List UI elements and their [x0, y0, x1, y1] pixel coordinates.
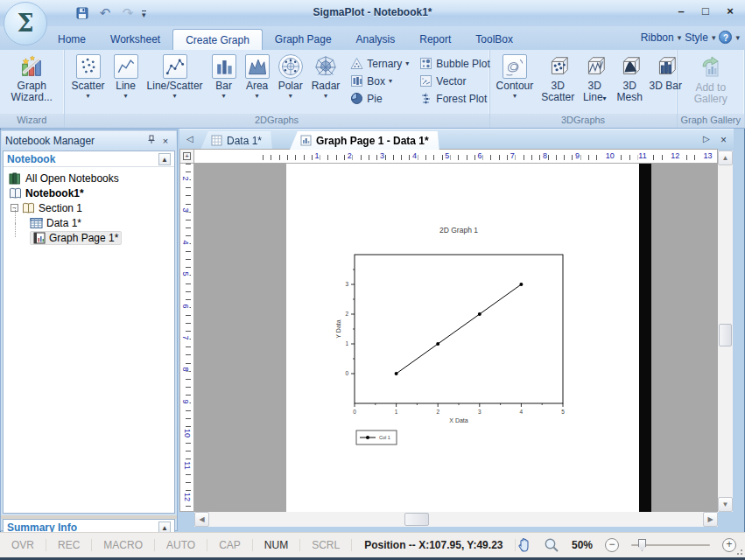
doc-tab-label: Graph Page 1 - Data 1*: [316, 135, 429, 147]
zoom-out-icon[interactable]: −: [605, 538, 619, 552]
tree-item-section1[interactable]: − Section 1: [4, 200, 174, 215]
tree-item-graph-page1[interactable]: Graph Page 1*: [4, 230, 174, 245]
contour-button[interactable]: Contour ▾: [493, 52, 538, 99]
scroll-thumb[interactable]: [404, 513, 429, 526]
scroll-thumb[interactable]: [719, 324, 732, 346]
toggle-macro[interactable]: MACRO: [92, 539, 155, 551]
graph-2d[interactable]: 2D Graph 10123450123X DataY DataCol 1: [333, 219, 578, 451]
graph-wizard-button[interactable]: Graph Wizard...: [8, 52, 56, 103]
ternary-button[interactable]: Ternary ▾: [350, 56, 409, 71]
scroll-right-icon[interactable]: ▶: [703, 512, 718, 527]
bubble-plot-button[interactable]: Bubble Plot: [419, 56, 489, 71]
3d-line-label: 3D Line▾: [582, 80, 607, 104]
toggle-auto[interactable]: AUTO: [155, 539, 207, 551]
maximize-button[interactable]: □: [698, 4, 713, 18]
vertical-scrollbar[interactable]: ▲ ▼: [718, 150, 733, 512]
ruler-number: 12: [670, 151, 680, 160]
zoom-level: 50%: [572, 539, 593, 551]
box-plot-button[interactable]: Box ▾: [350, 74, 409, 88]
svg-text:X Data: X Data: [449, 417, 468, 424]
window-resize-grip[interactable]: [734, 547, 743, 556]
help-icon[interactable]: ?: [719, 31, 732, 44]
area-dropdown-icon[interactable]: ▾: [256, 93, 259, 99]
tab-report[interactable]: Report: [407, 29, 463, 50]
doc-tab-data1[interactable]: Data 1*: [200, 131, 272, 150]
scroll-up-icon[interactable]: ▲: [718, 150, 733, 165]
bar-label: Bar: [215, 80, 232, 92]
style-menu-button[interactable]: Style: [685, 32, 708, 44]
radar-button[interactable]: Radar ▾: [308, 52, 344, 99]
toggle-ovr[interactable]: OVR: [0, 539, 46, 551]
toggle-rec[interactable]: REC: [46, 539, 92, 551]
3d-mesh-button[interactable]: 3D Mesh: [612, 52, 647, 103]
zoom-slider[interactable]: [631, 538, 710, 552]
ribbon-menu-dropdown-icon[interactable]: ▾: [678, 33, 682, 42]
area-button[interactable]: Area ▾: [242, 52, 273, 99]
ribbon-menu-button[interactable]: Ribbon: [641, 32, 674, 44]
bar-dropdown-icon[interactable]: ▾: [222, 93, 226, 99]
scroll-left-icon[interactable]: ◀: [194, 512, 209, 527]
bar-button[interactable]: Bar ▾: [208, 52, 240, 99]
line-scatter-dropdown-icon[interactable]: ▾: [173, 93, 177, 99]
tree-item-data1[interactable]: Data 1*: [4, 215, 174, 230]
pin-icon[interactable]: [144, 135, 158, 146]
tree-item-notebook1[interactable]: Notebook1*: [4, 186, 174, 200]
minimize-button[interactable]: –: [673, 4, 689, 18]
graph-wizard-label: Graph Wizard...: [11, 80, 53, 103]
graph-page-canvas[interactable]: 2D Graph 10123450123X DataY DataCol 1: [286, 164, 639, 512]
notebook-tree: All Open Notebooks Notebook1* − Section …: [4, 167, 174, 245]
panel-close-icon[interactable]: ×: [158, 136, 172, 146]
tab-graph-page[interactable]: Graph Page: [263, 29, 344, 50]
tab-home[interactable]: Home: [46, 29, 98, 50]
polar-dropdown-icon[interactable]: ▾: [289, 93, 292, 99]
style-menu-dropdown-icon[interactable]: ▾: [712, 33, 716, 42]
line-scatter-button[interactable]: Line/Scatter ▾: [144, 52, 207, 99]
scatter-dropdown-icon[interactable]: ▾: [87, 93, 90, 99]
scroll-down-icon[interactable]: ▼: [718, 497, 733, 512]
notebook-tree-box: Notebook ▲ All Open Notebooks Notebook1*: [3, 150, 175, 514]
doc-close-icon[interactable]: ×: [720, 134, 727, 146]
add-to-gallery-button[interactable]: Add to Gallery: [691, 52, 731, 105]
tab-create-graph[interactable]: Create Graph: [172, 29, 263, 50]
app-logo[interactable]: Σ: [4, 2, 47, 46]
notebook-section-title: Notebook: [7, 153, 55, 165]
3d-scatter-button[interactable]: 3D Scatter: [538, 52, 577, 103]
toggle-scrl[interactable]: SCRL: [300, 539, 352, 551]
line-scatter-icon: [163, 54, 187, 79]
polar-button[interactable]: Polar ▾: [275, 52, 306, 99]
contour-dropdown-icon[interactable]: ▾: [513, 93, 517, 99]
ternary-dropdown-icon[interactable]: ▾: [405, 60, 409, 67]
add-to-gallery-icon: [698, 54, 724, 80]
tab-scroll-right-icon[interactable]: ▷: [703, 134, 710, 144]
3d-line-button[interactable]: 3D Line▾: [579, 52, 610, 104]
ternary-icon: [350, 57, 363, 70]
pan-hand-icon[interactable]: [517, 537, 531, 553]
toggle-cap[interactable]: CAP: [207, 539, 253, 551]
line-button[interactable]: Line ▾: [110, 52, 142, 99]
line-dropdown-icon[interactable]: ▾: [124, 93, 128, 99]
toggle-num[interactable]: NUM: [253, 539, 300, 551]
ruler-origin-button[interactable]: +: [179, 149, 194, 164]
zoom-slider-thumb[interactable]: [638, 539, 646, 551]
3d-line-dropdown-icon[interactable]: ▾: [603, 94, 607, 102]
tab-analysis[interactable]: Analysis: [344, 29, 408, 50]
tab-scroll-left-icon[interactable]: ◁: [186, 134, 193, 144]
scatter-button[interactable]: Scatter ▾: [68, 52, 109, 99]
vector-button[interactable]: x Vector: [419, 74, 489, 88]
doc-tab-graph-page1[interactable]: Graph Page 1 - Data 1*: [290, 131, 439, 150]
pin-icon: [147, 135, 156, 144]
pie-button[interactable]: Pie: [350, 91, 409, 106]
radar-dropdown-icon[interactable]: ▾: [324, 93, 327, 99]
help-dropdown-icon[interactable]: ▾: [735, 33, 740, 42]
forest-plot-button[interactable]: Forest Plot: [419, 91, 489, 106]
box-plot-dropdown-icon[interactable]: ▾: [389, 77, 392, 85]
horizontal-scrollbar[interactable]: ◀ ▶: [194, 512, 718, 527]
page-workspace[interactable]: 2D Graph 10123450123X DataY DataCol 1: [194, 164, 718, 512]
notebook-collapse-icon[interactable]: ▲: [158, 153, 171, 165]
tab-toolbox[interactable]: ToolBox: [463, 29, 525, 50]
close-button[interactable]: ×: [722, 4, 738, 18]
tree-item-all-open-notebooks[interactable]: All Open Notebooks: [4, 171, 174, 186]
tab-worksheet[interactable]: Worksheet: [98, 29, 172, 50]
notebook-icon: [9, 187, 22, 200]
zoom-magnifier-icon[interactable]: [544, 537, 559, 553]
